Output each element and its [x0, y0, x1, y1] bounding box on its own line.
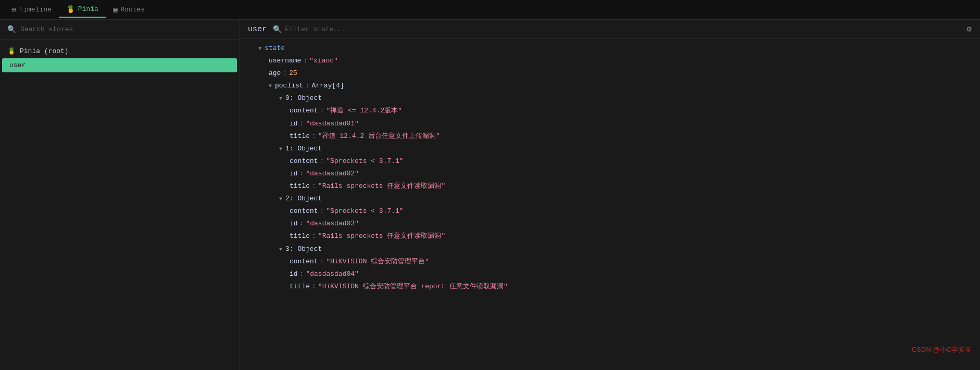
item0-content-row: content : "禅道 <= 12.4.2版本" [240, 105, 980, 117]
filter-input[interactable] [285, 25, 368, 33]
tab-bar: ⊞ Timeline 🍍 Pinia ▣ Routes [0, 0, 980, 20]
poclist-triangle[interactable] [269, 82, 272, 91]
item2-row: 2: Object [240, 193, 980, 205]
item0-content-value: "禅道 <= 12.4.2版本" [326, 105, 402, 117]
tab-routes[interactable]: ▣ Routes [106, 2, 152, 17]
state-root-row: state [240, 42, 980, 55]
item3-title-key: title [290, 281, 310, 292]
item2-content-key: content [290, 206, 318, 217]
filter-bar: 🔍 [273, 25, 368, 34]
pinia-icon: 🍍 [66, 5, 75, 14]
item3-triangle[interactable] [279, 245, 282, 254]
state-key: state [265, 43, 285, 54]
item3-id-row: id : "dasdasdad04" [240, 268, 980, 280]
left-panel: 🔍 🍍 Pinia (root) user [0, 20, 240, 370]
main-area: 🔍 🍍 Pinia (root) user user 🔍 ⚙ [0, 20, 980, 370]
tab-pinia[interactable]: 🍍 Pinia [59, 2, 106, 18]
username-value: "xiaoc" [309, 55, 338, 67]
item2-index: 2: Object [285, 193, 322, 205]
age-row: age : 25 [240, 67, 980, 80]
watermark: CSDN @小C学安全 [912, 345, 972, 354]
item3-content-key: content [290, 256, 318, 267]
item0-triangle[interactable] [279, 94, 282, 103]
item1-id-key: id [290, 168, 298, 180]
routes-icon: ▣ [113, 5, 117, 14]
pinia-root-label: Pinia (root) [20, 47, 69, 55]
item3-title-value: "HiKVISION 综合安防管理平台 report 任意文件读取漏洞" [318, 281, 508, 292]
tab-timeline-label: Timeline [19, 6, 51, 14]
store-name-badge: user [248, 25, 267, 34]
right-header: user 🔍 ⚙ [240, 20, 980, 39]
item0-title-value: "禅道 12.4.2 后台任意文件上传漏洞" [318, 131, 440, 142]
item2-content-row: content : "Sprockets < 3.7.1" [240, 205, 980, 218]
item0-id-value: "dasdasdad01" [306, 118, 358, 130]
item1-id-value: "dasdasdad02" [306, 168, 358, 180]
poclist-key: poclist [275, 80, 304, 92]
item3-index: 3: Object [285, 244, 322, 255]
item3-content-row: content : "HiKVISION 综合安防管理平台" [240, 256, 980, 268]
store-list: 🍍 Pinia (root) user [0, 40, 239, 370]
item1-triangle[interactable] [279, 145, 282, 154]
item2-id-key: id [290, 218, 298, 229]
item1-title-key: title [290, 181, 310, 192]
filter-search-icon: 🔍 [273, 25, 282, 34]
item0-title-row: title : "禅道 12.4.2 后台任意文件上传漏洞" [240, 130, 980, 143]
item0-id-key: id [290, 118, 298, 130]
username-key: username [269, 55, 301, 67]
item1-row: 1: Object [240, 143, 980, 155]
item1-title-row: title : "Rails sprockets 任意文件读取漏洞" [240, 180, 980, 193]
item0-index: 0: Object [285, 93, 322, 104]
search-bar: 🔍 [0, 20, 239, 40]
poclist-value: Array[4] [311, 80, 344, 92]
item0-title-key: title [290, 131, 310, 142]
right-panel: user 🔍 ⚙ state username : "xiaoc" [240, 20, 980, 370]
item2-title-row: title : "Rails sprockets 任意文件读取漏洞" [240, 230, 980, 243]
state-triangle[interactable] [258, 44, 261, 53]
item0-id-row: id : "dasdasdad01" [240, 118, 980, 130]
search-icon: 🔍 [7, 25, 16, 34]
pinia-root-icon: 🍍 [7, 47, 16, 55]
username-row: username : "xiaoc" [240, 55, 980, 67]
right-header-left: user 🔍 [248, 25, 368, 34]
age-key: age [269, 68, 281, 79]
item2-title-value: "Rails sprockets 任意文件读取漏洞" [318, 231, 445, 242]
item0-row: 0: Object [240, 92, 980, 105]
item2-content-value: "Sprockets < 3.7.1" [326, 206, 403, 217]
tab-pinia-label: Pinia [78, 5, 98, 13]
item3-id-key: id [290, 269, 298, 280]
item3-content-value: "HiKVISION 综合安防管理平台" [326, 256, 429, 267]
item2-id-value: "dasdasdad03" [306, 218, 358, 229]
item1-id-row: id : "dasdasdad02" [240, 168, 980, 180]
item1-content-value: "Sprockets < 3.7.1" [326, 156, 403, 167]
plugin-icon[interactable]: ⚙ [966, 24, 972, 34]
store-item-user[interactable]: user [2, 58, 237, 72]
pinia-root-item: 🍍 Pinia (root) [0, 44, 239, 58]
item1-index: 1: Object [285, 143, 322, 155]
search-input[interactable] [20, 25, 232, 33]
timeline-icon: ⊞ [11, 5, 16, 14]
item1-title-value: "Rails sprockets 任意文件读取漏洞" [318, 181, 445, 192]
item2-title-key: title [290, 231, 310, 242]
item3-id-value: "dasdasdad04" [306, 269, 358, 280]
item0-content-key: content [290, 105, 318, 117]
item3-row: 3: Object [240, 243, 980, 256]
poclist-row: poclist : Array[4] [240, 80, 980, 92]
item1-content-key: content [290, 156, 318, 167]
item1-content-row: content : "Sprockets < 3.7.1" [240, 155, 980, 168]
age-value: 25 [289, 68, 297, 79]
tab-routes-label: Routes [120, 6, 145, 14]
item2-triangle[interactable] [279, 195, 282, 203]
state-tree: state username : "xiaoc" age : 25 poclis… [240, 39, 980, 370]
item3-title-row: title : "HiKVISION 综合安防管理平台 report 任意文件读… [240, 280, 980, 293]
store-user-label: user [9, 61, 26, 69]
tab-timeline[interactable]: ⊞ Timeline [4, 2, 59, 17]
item2-id-row: id : "dasdasdad03" [240, 218, 980, 230]
